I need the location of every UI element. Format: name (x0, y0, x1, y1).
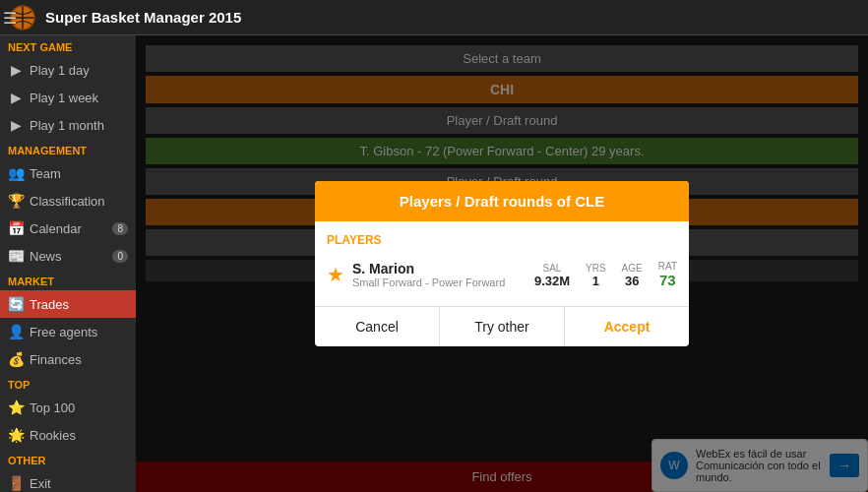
sidebar-item-exit[interactable]: 🚪 Exit (0, 469, 136, 492)
sidebar-item-label: Team (30, 166, 61, 181)
rat-value: 73 (659, 272, 676, 288)
menu-icon[interactable]: ☰ (0, 0, 20, 35)
rookies-icon: 🌟 (8, 427, 24, 443)
sidebar-item-news[interactable]: 📰 News 0 (0, 242, 136, 270)
player-info: S. Marion Small Forward - Power Forward (352, 261, 527, 288)
sidebar-item-label: Trades (30, 297, 69, 312)
sidebar-item-label: Play 1 week (30, 91, 98, 105)
player-name: S. Marion (352, 261, 527, 277)
sidebar-item-classification[interactable]: 🏆 Classification (0, 187, 136, 215)
modal-dialog: Players / Draft rounds of CLE PLAYERS ★ … (315, 181, 689, 346)
sidebar-item-label: Free agents (30, 325, 97, 339)
exit-icon: 🚪 (8, 475, 24, 491)
player-row: ★ S. Marion Small Forward - Power Forwar… (327, 255, 677, 294)
section-other: OTHER (0, 449, 136, 469)
sidebar-item-play-1-day[interactable]: ▶ Play 1 day (0, 56, 136, 84)
sidebar-item-label: Exit (30, 476, 51, 491)
section-top: TOP (0, 373, 136, 394)
sidebar-item-label: Top 100 (30, 400, 75, 415)
top100-icon: ⭐ (8, 400, 24, 415)
team-icon: 👥 (8, 165, 24, 181)
calendar-icon: 📅 (8, 220, 24, 236)
sidebar-item-label: Rookies (30, 428, 76, 443)
topbar: ☰ Super Basket Manager 2015 (0, 0, 868, 35)
stat-rat: RAT 73 (658, 261, 677, 288)
sidebar-item-play-1-week[interactable]: ▶ Play 1 week (0, 84, 136, 111)
play-icon: ▶ (8, 62, 24, 78)
trades-icon: 🔄 (8, 296, 24, 312)
player-star-icon: ★ (327, 263, 344, 286)
sidebar-item-label: Finances (30, 352, 82, 367)
section-market: MARKET (0, 270, 136, 290)
sidebar-item-label: News (30, 249, 62, 264)
sidebar-item-label: Play 1 day (30, 63, 90, 78)
stat-age: AGE 36 (622, 263, 643, 288)
player-position: Small Forward - Power Forward (352, 277, 527, 288)
sidebar-item-label: Calendar (30, 221, 82, 236)
modal-actions: Cancel Try other Accept (315, 306, 689, 346)
news-icon: 📰 (8, 248, 24, 264)
sidebar-item-play-1-month[interactable]: ▶ Play 1 month (0, 111, 136, 139)
sidebar-item-calendar[interactable]: 📅 Calendar 8 (0, 215, 136, 242)
news-badge: 0 (112, 250, 128, 263)
stat-sal: SAL 9.32M (534, 263, 570, 288)
rat-label: RAT (658, 261, 677, 272)
modal-overlay: Players / Draft rounds of CLE PLAYERS ★ … (136, 35, 868, 492)
modal-body: PLAYERS ★ S. Marion Small Forward - Powe… (315, 221, 689, 306)
age-value: 36 (625, 274, 639, 288)
main-content: Select a team CHI Player / Draft round T… (136, 35, 868, 492)
sidebar-item-top100[interactable]: ⭐ Top 100 (0, 394, 136, 421)
sidebar-item-free-agents[interactable]: 👤 Free agents (0, 318, 136, 345)
classification-icon: 🏆 (8, 193, 24, 209)
stat-yrs: YRS 1 (586, 263, 606, 288)
sidebar-item-rookies[interactable]: 🌟 Rookies (0, 421, 136, 449)
sidebar-item-label: Classification (30, 194, 105, 209)
section-next-game: NEXT GAME (0, 35, 136, 56)
try-other-button[interactable]: Try other (440, 307, 565, 346)
play-icon: ▶ (8, 90, 24, 105)
sidebar-item-finances[interactable]: 💰 Finances (0, 345, 136, 373)
calendar-badge: 8 (112, 222, 128, 235)
section-management: MANAGEMENT (0, 139, 136, 159)
free-agents-icon: 👤 (8, 324, 24, 339)
sidebar-item-label: Play 1 month (30, 118, 104, 133)
modal-title: Players / Draft rounds of CLE (315, 181, 689, 221)
app-title: Super Basket Manager 2015 (45, 9, 241, 26)
yrs-value: 1 (592, 274, 599, 288)
finances-icon: 💰 (8, 351, 24, 367)
sidebar: NEXT GAME ▶ Play 1 day ▶ Play 1 week ▶ P… (0, 35, 136, 492)
sidebar-item-trades[interactable]: 🔄 Trades (0, 290, 136, 318)
sal-label: SAL (534, 263, 570, 274)
play-icon: ▶ (8, 117, 24, 133)
sidebar-item-team[interactable]: 👥 Team (0, 159, 136, 187)
players-label: PLAYERS (327, 233, 677, 247)
accept-button[interactable]: Accept (565, 307, 689, 346)
yrs-label: YRS (586, 263, 606, 274)
layout: NEXT GAME ▶ Play 1 day ▶ Play 1 week ▶ P… (0, 35, 868, 492)
age-label: AGE (622, 263, 643, 274)
sal-value: 9.32M (534, 274, 570, 288)
player-stats: SAL 9.32M YRS 1 AGE 36 (534, 261, 677, 288)
cancel-button[interactable]: Cancel (315, 307, 440, 346)
